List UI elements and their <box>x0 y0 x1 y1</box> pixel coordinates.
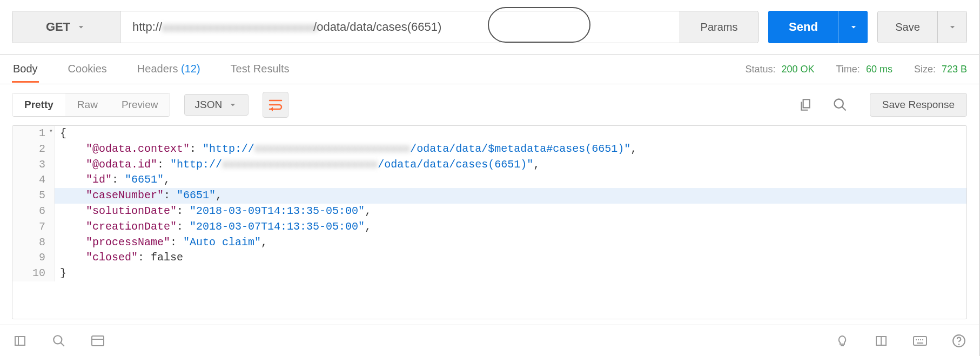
console-icon <box>91 335 105 347</box>
wrap-lines-button[interactable] <box>263 92 288 118</box>
size-group: Size: 723 B <box>914 64 967 75</box>
fold-toggle-icon[interactable]: ▾ <box>49 127 53 136</box>
annotation-circle <box>488 7 590 43</box>
send-button[interactable]: Send <box>768 11 838 43</box>
tab-headers[interactable]: Headers (12) <box>136 56 202 83</box>
two-pane-icon <box>875 334 888 347</box>
http-method-dropdown[interactable]: GET <box>12 11 120 43</box>
code-content: "solutionDate": "2018-03-09T14:13:35-05:… <box>55 204 371 219</box>
svg-point-7 <box>958 344 960 345</box>
code-line[interactable]: 1▾{ <box>12 126 966 142</box>
line-number: 8 <box>12 235 55 251</box>
response-status-bar: Status: 200 OK Time: 60 ms Size: 723 B <box>745 64 967 75</box>
status-group: Status: 200 OK <box>745 64 814 75</box>
help-button[interactable] <box>949 331 969 351</box>
line-number: 4 <box>12 172 55 188</box>
svg-point-2 <box>53 335 62 344</box>
search-icon <box>52 334 66 348</box>
chevron-down-icon <box>848 22 859 32</box>
line-number: 5 <box>12 188 55 204</box>
http-method-label: GET <box>46 20 70 34</box>
help-icon <box>952 334 966 348</box>
tab-cookies[interactable]: Cookies <box>67 56 108 83</box>
code-line[interactable]: 10} <box>12 266 966 281</box>
status-label: Status: <box>745 64 775 75</box>
code-content: "processName": "Auto claim", <box>55 235 267 251</box>
save-dropdown-toggle[interactable] <box>937 11 966 43</box>
view-tab-pretty[interactable]: Pretty <box>12 93 65 116</box>
line-number: 10 <box>12 266 55 281</box>
send-dropdown-toggle[interactable] <box>838 11 868 43</box>
save-button-group: Save <box>877 11 967 43</box>
tab-headers-label: Headers <box>137 63 178 75</box>
wrap-icon <box>268 98 283 111</box>
url-tail: /odata/data/cases(6651) <box>313 20 441 34</box>
code-line[interactable]: 5 "caseNumber": "6651", <box>12 188 966 204</box>
search-button[interactable] <box>830 95 850 115</box>
code-content: "caseNumber": "6651", <box>55 188 222 204</box>
request-input-group: GET http://xxxxxxxxxxxxxxxxxxxxxxxx/odat… <box>12 11 759 43</box>
find-button[interactable] <box>49 331 69 351</box>
code-content: "@odata.context": "http://xxxxxxxxxxxxxx… <box>55 142 637 157</box>
chevron-down-icon <box>227 99 238 110</box>
size-value: 723 B <box>942 64 967 75</box>
save-button[interactable]: Save <box>878 11 937 43</box>
response-body[interactable]: 1▾{2 "@odata.context": "http://xxxxxxxxx… <box>12 125 967 319</box>
time-group: Time: 60 ms <box>836 64 892 75</box>
body-toolbar: Pretty Raw Preview JSON Save Response <box>0 84 979 125</box>
code-line[interactable]: 2 "@odata.context": "http://xxxxxxxxxxxx… <box>12 142 966 157</box>
code-line[interactable]: 7 "creationDate": "2018-03-07T14:13:35-0… <box>12 219 966 235</box>
send-button-group: Send <box>768 11 868 43</box>
svg-rect-1 <box>15 337 25 345</box>
line-number: 6 <box>12 204 55 219</box>
params-button[interactable]: Params <box>680 11 758 43</box>
line-number: 2 <box>12 142 55 157</box>
code-line[interactable]: 3 "@odata.id": "http://xxxxxxxxxxxxxxxxx… <box>12 157 966 173</box>
chevron-down-icon <box>947 22 958 32</box>
time-value: 60 ms <box>866 64 892 75</box>
chevron-down-icon <box>76 22 86 32</box>
line-number: 3 <box>12 157 55 173</box>
copy-icon <box>798 98 813 112</box>
code-content: "id": "6651", <box>55 172 170 188</box>
tab-headers-count: (12) <box>181 63 200 75</box>
lightbulb-icon <box>836 334 849 347</box>
svg-point-0 <box>834 99 843 108</box>
console-button[interactable] <box>88 331 108 351</box>
line-number: 7 <box>12 219 55 235</box>
time-label: Time: <box>836 64 860 75</box>
request-bar: GET http://xxxxxxxxxxxxxxxxxxxxxxxx/odat… <box>0 0 979 54</box>
bootcamp-button[interactable] <box>832 331 853 351</box>
code-content: { <box>55 126 66 142</box>
status-value: 200 OK <box>781 64 814 75</box>
code-line[interactable]: 4 "id": "6651", <box>12 172 966 188</box>
size-label: Size: <box>914 64 936 75</box>
code-line[interactable]: 6 "solutionDate": "2018-03-09T14:13:35-0… <box>12 204 966 219</box>
response-tabs: Body Cookies Headers (12) Test Results S… <box>0 54 979 84</box>
sidebar-icon <box>14 334 26 347</box>
svg-rect-3 <box>92 336 104 346</box>
url-redacted: xxxxxxxxxxxxxxxxxxxxxxxx <box>162 21 313 33</box>
code-content: "closed": false <box>55 250 183 266</box>
tab-test-results[interactable]: Test Results <box>230 56 291 83</box>
view-tab-raw[interactable]: Raw <box>65 93 110 116</box>
view-tab-preview[interactable]: Preview <box>110 93 170 116</box>
copy-button[interactable] <box>795 95 816 115</box>
url-input[interactable]: http://xxxxxxxxxxxxxxxxxxxxxxxx/odata/da… <box>120 11 680 43</box>
code-content: "@odata.id": "http://xxxxxxxxxxxxxxxxxxx… <box>55 157 540 173</box>
keyboard-shortcuts-button[interactable] <box>910 331 930 351</box>
footer-bar <box>0 325 979 356</box>
code-content: "creationDate": "2018-03-07T14:13:35-05:… <box>55 219 371 235</box>
format-dropdown[interactable]: JSON <box>184 94 249 116</box>
code-line[interactable]: 9 "closed": false <box>12 250 966 266</box>
tab-body[interactable]: Body <box>12 56 39 83</box>
svg-rect-5 <box>914 337 927 345</box>
two-pane-button[interactable] <box>871 331 891 351</box>
code-line[interactable]: 8 "processName": "Auto claim", <box>12 235 966 251</box>
code-content: } <box>55 266 66 281</box>
line-number: 9 <box>12 250 55 266</box>
keyboard-icon <box>912 335 928 346</box>
view-mode-tabs: Pretty Raw Preview <box>12 93 170 117</box>
save-response-button[interactable]: Save Response <box>870 93 967 117</box>
sidebar-toggle-button[interactable] <box>10 331 30 351</box>
